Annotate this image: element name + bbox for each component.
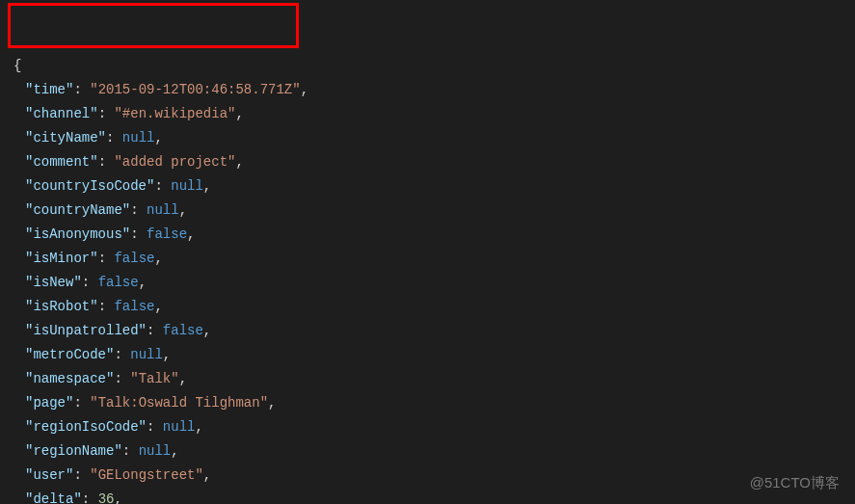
json-key: "isNew": [25, 275, 82, 290]
json-code-block: {"time": "2015-09-12T00:46:58.771Z","cha…: [0, 0, 855, 504]
json-value: false: [163, 323, 203, 338]
json-row: "isAnonymous": false,: [13, 223, 842, 247]
json-key: "regionName": [25, 443, 122, 459]
json-value: 36: [98, 491, 115, 504]
json-row: "namespace": "Talk",: [13, 367, 842, 391]
json-key: "isUnpatrolled": [25, 323, 147, 338]
json-key: "comment": [25, 154, 98, 170]
json-key: "countryName": [25, 202, 130, 218]
json-key: "regionIsoCode": [25, 419, 147, 435]
json-row: "isNew": false,: [13, 271, 842, 295]
json-row: "cityName": null,: [13, 126, 842, 150]
json-key: "cityName": [25, 130, 106, 146]
json-row: "countryIsoCode": null,: [13, 174, 842, 199]
json-key: "metroCode": [25, 347, 114, 362]
json-value: "Talk:Oswald Tilghman": [90, 395, 268, 411]
json-key: "namespace": [25, 371, 114, 386]
json-row: "isMinor": false,: [13, 247, 842, 271]
json-row: "page": "Talk:Oswald Tilghman",: [13, 391, 842, 415]
json-value: "Talk": [130, 371, 178, 386]
json-row: "isUnpatrolled": false,: [13, 319, 842, 343]
json-key: "countryIsoCode": [25, 178, 154, 194]
json-key: "isRobot": [25, 299, 98, 314]
json-value: null: [171, 178, 203, 194]
json-key: "isAnonymous": [25, 226, 130, 242]
json-row: "regionName": null,: [13, 439, 842, 464]
json-value: null: [147, 202, 179, 218]
json-row: "countryName": null,: [13, 199, 842, 223]
json-key: "time": [25, 82, 73, 97]
json-row: "channel": "#en.wikipedia",: [13, 102, 842, 126]
json-value: "2015-09-12T00:46:58.771Z": [90, 82, 300, 97]
json-key: "channel": [25, 106, 98, 121]
json-value: false: [114, 299, 154, 314]
json-row: "time": "2015-09-12T00:46:58.771Z",: [13, 78, 842, 102]
json-value: null: [139, 443, 172, 459]
watermark: @51CTO博客: [750, 470, 840, 494]
json-row: "isRobot": false,: [13, 295, 842, 319]
json-row: "regionIsoCode": null,: [13, 415, 842, 439]
json-value: null: [163, 419, 196, 435]
json-value: false: [114, 251, 154, 266]
json-row: "user": "GELongstreet",: [13, 464, 842, 488]
json-value: false: [98, 275, 139, 290]
json-value: "added project": [114, 154, 235, 170]
json-row: "delta": 36,: [13, 488, 842, 504]
json-key: "delta": [25, 491, 82, 504]
json-value: false: [147, 226, 187, 242]
json-row: "metroCode": null,: [13, 343, 842, 367]
json-value: null: [122, 130, 155, 146]
json-row: "comment": "added project",: [13, 150, 842, 174]
json-value: null: [130, 347, 163, 362]
json-key: "isMinor": [25, 251, 98, 266]
json-key: "page": [25, 395, 73, 411]
json-value: "#en.wikipedia": [114, 106, 235, 121]
json-key: "user": [25, 467, 73, 483]
json-value: "GELongstreet": [90, 467, 203, 483]
brace-open: {: [13, 54, 842, 78]
